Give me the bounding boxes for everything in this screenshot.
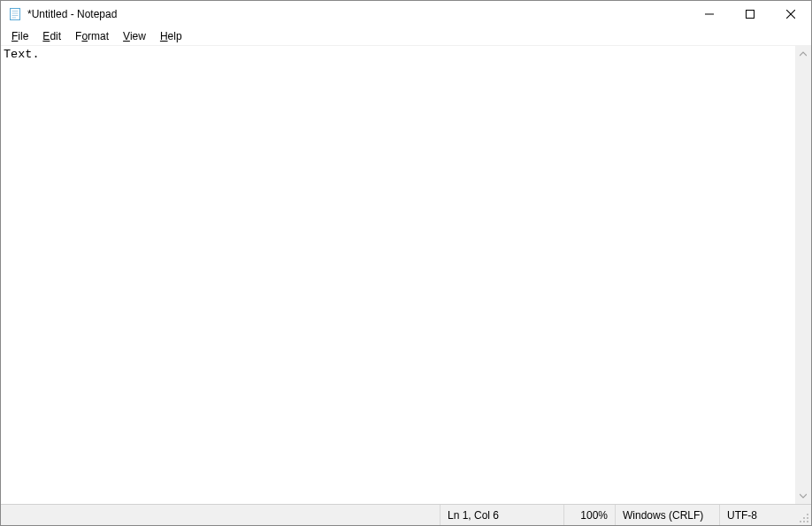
menu-format[interactable]: Format [68, 28, 116, 44]
svg-point-12 [800, 521, 801, 522]
svg-point-13 [803, 521, 805, 522]
svg-point-14 [807, 521, 808, 522]
menu-file-rest: ile [18, 30, 28, 42]
svg-point-9 [807, 514, 808, 515]
status-line-ending: Windows (CRLF) [615, 505, 719, 525]
svg-rect-6 [747, 11, 755, 19]
menu-view[interactable]: View [116, 28, 153, 44]
notepad-app-icon [8, 7, 22, 21]
svg-point-11 [807, 517, 808, 519]
chevron-up-icon [800, 50, 807, 57]
status-encoding: UTF-8 [719, 505, 797, 525]
scroll-down-button[interactable] [795, 488, 811, 504]
maximize-icon [746, 10, 755, 19]
minimize-button[interactable] [689, 1, 730, 27]
menu-format-rest: rmat [88, 30, 109, 42]
titlebar[interactable]: *Untitled - Notepad [1, 1, 811, 27]
scroll-up-button[interactable] [795, 46, 811, 62]
menu-file[interactable]: File [4, 28, 35, 44]
menu-edit-rest: dit [50, 30, 61, 42]
maximize-button[interactable] [730, 1, 770, 27]
status-cursor-position: Ln 1, Col 6 [440, 505, 563, 525]
vertical-scrollbar[interactable] [795, 46, 811, 504]
chevron-down-icon [800, 492, 807, 499]
close-button[interactable] [770, 1, 811, 27]
status-zoom: 100% [563, 505, 615, 525]
close-icon [786, 10, 795, 19]
notepad-window: *Untitled - Notepad File Edit Format Vie… [0, 0, 812, 526]
window-title: *Untitled - Notepad [27, 8, 117, 20]
minimize-icon [705, 10, 714, 19]
menu-help[interactable]: Help [153, 28, 189, 44]
menu-view-rest: iew [130, 30, 146, 42]
resize-grip-icon [799, 513, 809, 523]
menu-edit[interactable]: Edit [35, 28, 68, 44]
menubar: File Edit Format View Help [1, 27, 811, 46]
resize-grip[interactable] [797, 505, 811, 525]
text-editor[interactable]: Text. [1, 46, 795, 504]
svg-rect-0 [11, 9, 20, 20]
menu-help-rest: elp [168, 30, 182, 42]
window-controls [689, 1, 811, 27]
svg-point-10 [803, 517, 805, 519]
statusbar: Ln 1, Col 6 100% Windows (CRLF) UTF-8 [1, 504, 811, 525]
editor-area: Text. [1, 46, 811, 504]
